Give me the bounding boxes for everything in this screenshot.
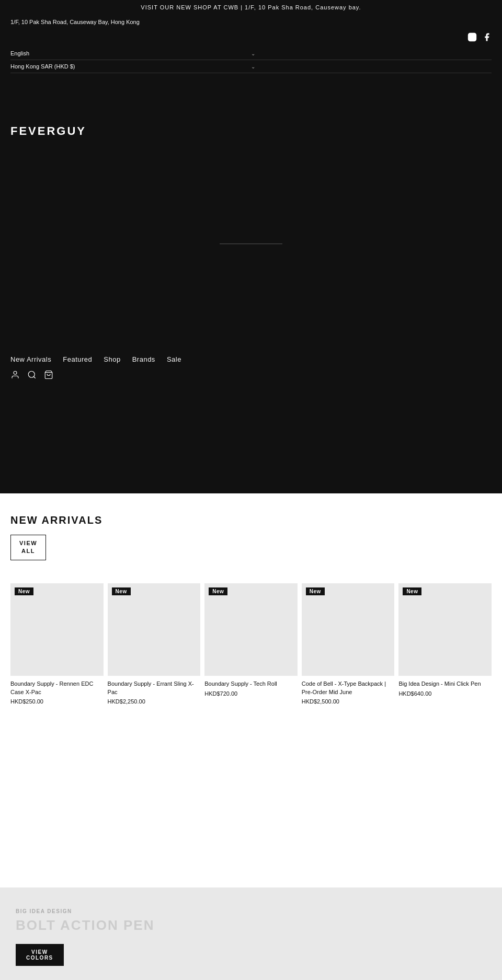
- site-logo[interactable]: FEVERGUY: [10, 124, 492, 138]
- nav-item-brands[interactable]: Brands: [132, 354, 155, 364]
- announcement-bar: VISIT OUR NEW SHOP AT CWB | 1/F, 10 Pak …: [0, 0, 502, 15]
- language-label: English: [10, 50, 251, 56]
- currency-chevron-icon: ⌄: [251, 64, 492, 70]
- new-badge: New: [15, 587, 33, 595]
- new-badge: New: [112, 587, 131, 595]
- hero-bottom-space: [0, 389, 502, 493]
- account-icon[interactable]: [10, 370, 20, 382]
- product-name: Boundary Supply - Errant Sling X-Pac: [108, 680, 201, 696]
- new-arrivals-heading: NEW ARRIVALS: [10, 514, 492, 526]
- social-bar: [0, 29, 502, 47]
- hero-section: FEVERGUY: [0, 77, 502, 349]
- language-selector[interactable]: English ⌄: [10, 47, 492, 60]
- locale-bar: English ⌄ Hong Kong SAR (HKD $) ⌄: [0, 47, 502, 77]
- nav-item-new-arrivals[interactable]: New Arrivals: [10, 354, 51, 364]
- svg-point-4: [28, 371, 35, 377]
- instagram-icon[interactable]: [467, 32, 477, 44]
- search-icon[interactable]: [27, 370, 37, 382]
- new-badge: New: [403, 587, 421, 595]
- announcement-text: VISIT OUR NEW SHOP AT CWB | 1/F, 10 Pak …: [141, 4, 361, 10]
- product-name: Big Idea Design - Mini Click Pen: [398, 680, 492, 688]
- gray-spacer-1: [0, 720, 502, 856]
- nav-item-featured[interactable]: Featured: [63, 354, 92, 364]
- currency-selector[interactable]: Hong Kong SAR (HKD $) ⌄: [10, 60, 492, 73]
- svg-point-3: [14, 371, 17, 374]
- product-image: New: [10, 583, 104, 676]
- facebook-icon[interactable]: [482, 32, 492, 44]
- svg-point-2: [474, 34, 475, 36]
- nav-item-sale[interactable]: Sale: [167, 354, 181, 364]
- product-name: Boundary Supply - Rennen EDC Case X-Pac: [10, 680, 104, 696]
- cart-icon[interactable]: [44, 370, 53, 382]
- featured-1-button[interactable]: VIEWCOLORS: [16, 944, 64, 966]
- language-chevron-icon: ⌄: [251, 51, 492, 56]
- address-bar: 1/F, 10 Pak Sha Road, Causeway Bay, Hong…: [0, 15, 502, 29]
- product-card[interactable]: NewBoundary Supply - Rennen EDC Case X-P…: [10, 583, 104, 705]
- new-arrivals-section: NEW ARRIVALS VIEWALL: [0, 493, 502, 583]
- product-price: HKD$720.00: [204, 690, 298, 697]
- address-text: 1/F, 10 Pak Sha Road, Causeway Bay, Hong…: [10, 19, 140, 25]
- svg-line-5: [33, 376, 35, 378]
- product-card[interactable]: NewBig Idea Design - Mini Click PenHKD$6…: [398, 583, 492, 705]
- nav-link[interactable]: Shop: [104, 355, 120, 363]
- product-grid: NewBoundary Supply - Rennen EDC Case X-P…: [8, 583, 494, 705]
- svg-point-1: [470, 35, 474, 39]
- main-navigation: New ArrivalsFeaturedShopBrandsSale: [0, 349, 502, 367]
- product-price: HKD$2,250.00: [108, 698, 201, 705]
- product-name: Boundary Supply - Tech Roll: [204, 680, 298, 688]
- nav-link[interactable]: Sale: [167, 355, 181, 363]
- nav-link[interactable]: Featured: [63, 355, 92, 363]
- featured-1-label: BIG IDEA DESIGN: [16, 908, 486, 914]
- product-image: New: [398, 583, 492, 676]
- product-card[interactable]: NewBoundary Supply - Tech RollHKD$720.00: [204, 583, 298, 705]
- product-card[interactable]: NewBoundary Supply - Errant Sling X-PacH…: [108, 583, 201, 705]
- nav-link[interactable]: Brands: [132, 355, 155, 363]
- featured-1-title: BOLT ACTION PEN: [16, 917, 486, 933]
- view-all-button[interactable]: VIEWALL: [10, 535, 46, 560]
- product-name: Code of Bell - X-Type Backpack | Pre-Ord…: [302, 680, 395, 696]
- nav-links-list: New ArrivalsFeaturedShopBrandsSale: [10, 354, 492, 364]
- featured-section-1: BIG IDEA DESIGN BOLT ACTION PEN VIEWCOLO…: [0, 887, 502, 980]
- nav-link[interactable]: New Arrivals: [10, 355, 51, 363]
- product-price: HKD$2,500.00: [302, 698, 395, 705]
- product-price: HKD$250.00: [10, 698, 104, 705]
- hero-divider: [220, 244, 282, 244]
- product-card[interactable]: NewCode of Bell - X-Type Backpack | Pre-…: [302, 583, 395, 705]
- nav-item-shop[interactable]: Shop: [104, 354, 120, 364]
- product-price: HKD$640.00: [398, 690, 492, 697]
- product-image: New: [204, 583, 298, 676]
- currency-label: Hong Kong SAR (HKD $): [10, 63, 251, 70]
- nav-icons-bar: [0, 367, 502, 389]
- product-image: New: [108, 583, 201, 676]
- products-area: NewBoundary Supply - Rennen EDC Case X-P…: [0, 583, 502, 720]
- product-image: New: [302, 583, 395, 676]
- new-badge: New: [306, 587, 325, 595]
- new-badge: New: [209, 587, 227, 595]
- hero-center: [10, 138, 492, 349]
